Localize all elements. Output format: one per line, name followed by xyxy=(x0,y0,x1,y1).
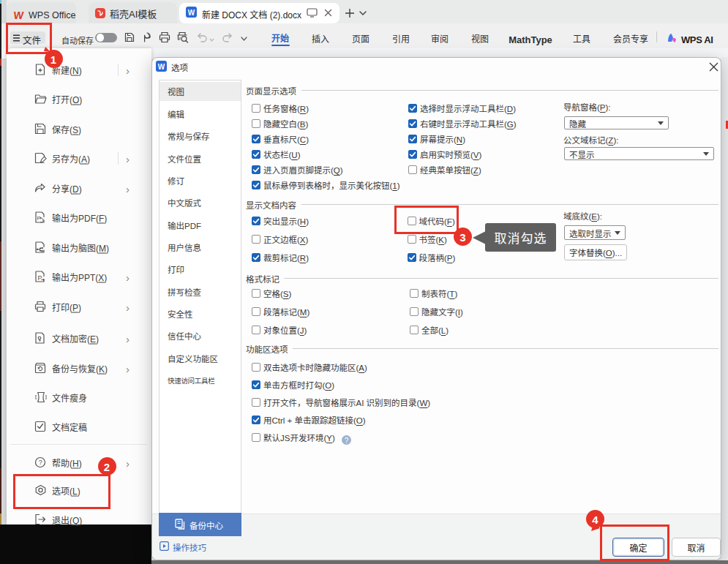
svg-text:?: ? xyxy=(39,459,42,466)
svg-text:P: P xyxy=(38,274,42,282)
